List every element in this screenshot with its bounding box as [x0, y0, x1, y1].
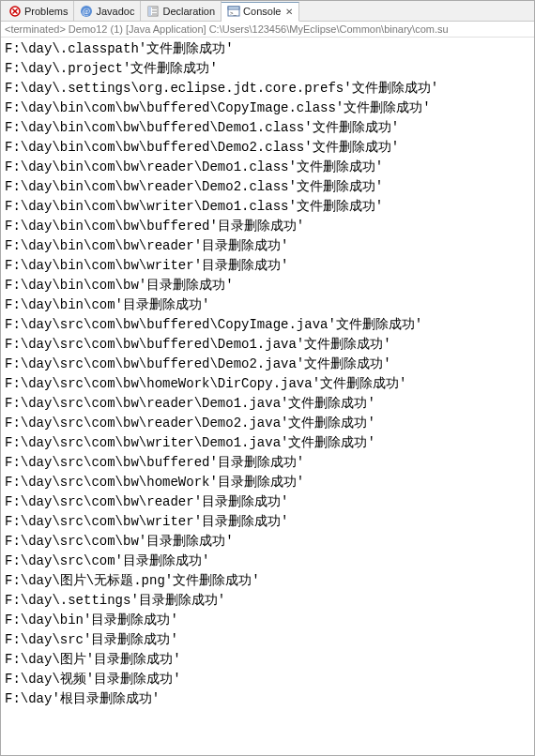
- tab-label: Javadoc: [96, 6, 134, 17]
- tab-javadoc[interactable]: @ Javadoc: [74, 1, 141, 21]
- svg-text:@: @: [83, 7, 90, 16]
- tab-declaration[interactable]: Declaration: [141, 1, 222, 21]
- tab-problems[interactable]: Problems: [3, 1, 74, 21]
- tab-label: Declaration: [162, 6, 215, 17]
- view-tab-bar: Problems @ Javadoc Declaration >_ Consol…: [1, 1, 534, 22]
- console-status-line: <terminated> Demo12 (1) [Java Applicatio…: [1, 22, 534, 38]
- svg-rect-11: [228, 7, 239, 9]
- tab-label: Problems: [24, 6, 68, 17]
- svg-text:>_: >_: [230, 10, 237, 16]
- tab-label: Console: [243, 6, 281, 17]
- close-icon[interactable]: ✕: [285, 7, 293, 17]
- console-output[interactable]: F:\day\.classpath'文件删除成功' F:\day\.projec…: [1, 38, 534, 711]
- console-icon: >_: [227, 5, 240, 18]
- declaration-icon: [146, 5, 160, 18]
- tab-console[interactable]: >_ Console ✕: [222, 2, 299, 22]
- javadoc-icon: @: [80, 5, 93, 18]
- problems-icon: [8, 5, 22, 18]
- svg-rect-6: [148, 7, 151, 16]
